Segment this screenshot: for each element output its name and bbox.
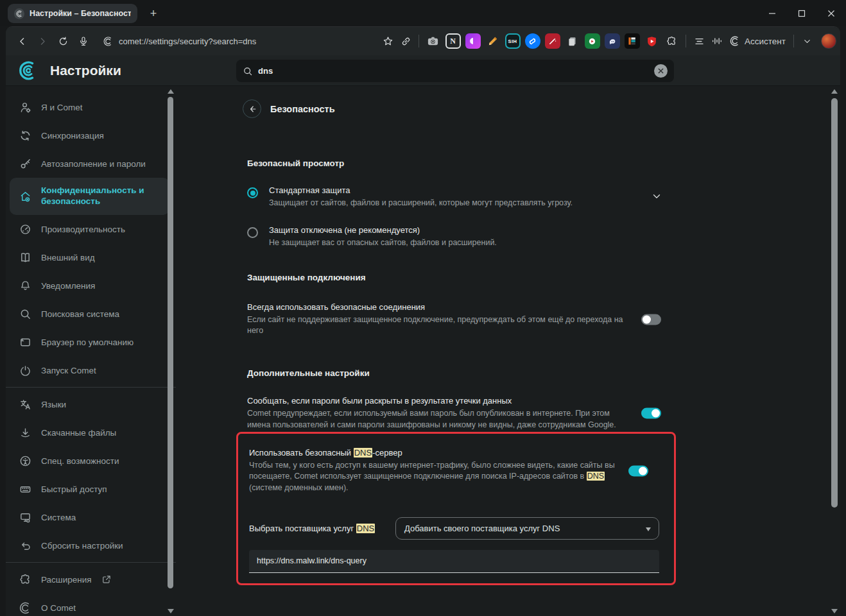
clear-search-icon[interactable] xyxy=(654,64,668,78)
standard-protection-desc: Защищает от сайтов, файлов и расширений,… xyxy=(269,198,573,209)
secure-dns-toggle[interactable] xyxy=(628,465,648,476)
sidebar-item-sync[interactable]: Синхронизация xyxy=(6,121,176,150)
pencil-icon[interactable] xyxy=(485,33,501,49)
sidebar-item-default-browser[interactable]: Браузер по умолчанию xyxy=(6,328,176,356)
password-leak-title: Сообщать, если пароли были раскрыты в ре… xyxy=(247,396,625,406)
sidebar-scrollbar-thumb[interactable] xyxy=(168,97,173,588)
maximize-button[interactable] xyxy=(787,0,816,26)
sidebar-divider xyxy=(6,562,176,563)
sidebar-item-extensions[interactable]: Расширения xyxy=(6,565,176,594)
sidebar-item-privacy-security[interactable]: Конфиденциальность и безопасность xyxy=(10,178,169,215)
copy-link-icon[interactable] xyxy=(397,32,415,50)
https-only-title: Всегда использовать безопасные соединени… xyxy=(247,302,625,312)
sih-icon[interactable]: SIH xyxy=(505,33,521,49)
radio-no-protection[interactable] xyxy=(247,227,258,238)
shield-play-icon[interactable] xyxy=(644,33,660,49)
purple-app-icon[interactable] xyxy=(465,33,481,49)
new-tab-button[interactable]: + xyxy=(145,5,162,22)
url-text[interactable]: comet://settings/security?search=dns xyxy=(119,37,256,46)
password-leak-desc: Comet предупреждает, если используемый в… xyxy=(247,408,625,431)
section-advanced: Дополнительные настройки xyxy=(236,368,678,378)
bookmark-star-icon[interactable] xyxy=(379,32,397,50)
main-scrollbar-thumb[interactable] xyxy=(831,98,838,508)
toolbar-divider xyxy=(793,35,794,47)
custom-dns-url-input[interactable] xyxy=(249,550,659,573)
navigation-toolbar: comet://settings/security?search=dns N S… xyxy=(6,27,840,55)
chat-app-icon[interactable] xyxy=(605,33,620,49)
scroll-down-arrow-icon[interactable] xyxy=(831,609,838,613)
back-nav-icon[interactable] xyxy=(12,31,31,51)
forward-nav-icon[interactable] xyxy=(33,31,52,51)
main-scrollbar[interactable] xyxy=(831,88,838,616)
dns-provider-row: Выбрать поставщика услуг DNS Добавить св… xyxy=(238,517,674,540)
expand-chevron-icon[interactable] xyxy=(651,191,662,205)
sidebar-item-me-and-comet[interactable]: Я и Comet xyxy=(6,93,176,121)
video-play-icon[interactable] xyxy=(585,33,600,49)
close-button[interactable] xyxy=(816,0,846,26)
window-body: comet://settings/security?search=dns N S… xyxy=(6,26,840,616)
sidebar-item-notifications[interactable]: Уведомления xyxy=(6,271,176,300)
sidebar-item-search-engine[interactable]: Поисковая система xyxy=(6,300,176,328)
dns-provider-selected-value: Добавить своего поставщика услуг DNS xyxy=(404,524,560,533)
search-match-highlight: DNS xyxy=(587,472,605,481)
settings-search-input[interactable] xyxy=(258,66,654,76)
settings-content: Я и Comet Синхронизация Автозаполнение и… xyxy=(6,87,840,616)
camera-icon[interactable] xyxy=(426,33,441,49)
url-bar[interactable]: comet://settings/security?search=dns xyxy=(103,37,256,46)
scroll-down-arrow-icon[interactable] xyxy=(168,609,174,613)
password-leak-toggle[interactable] xyxy=(641,408,661,419)
reading-list-icon[interactable] xyxy=(690,32,708,50)
scroll-up-arrow-icon[interactable] xyxy=(168,89,174,94)
magic-wand-icon[interactable] xyxy=(545,33,560,49)
comet-logo xyxy=(18,61,37,80)
sidebar-item-system[interactable]: Система xyxy=(6,503,176,531)
https-only-desc: Если сайт не поддерживает защищенное под… xyxy=(247,314,625,338)
external-link-icon xyxy=(101,574,112,585)
assistant-label: Ассистент xyxy=(745,37,786,46)
section-safe-browsing: Безопасный просмотр xyxy=(236,158,678,168)
back-button[interactable] xyxy=(243,99,261,118)
sidebar-item-downloads[interactable]: Скачанные файлы xyxy=(6,418,176,447)
minimize-button[interactable] xyxy=(757,0,787,26)
striped-app-icon[interactable] xyxy=(625,33,640,49)
sidebar-item-quick-access[interactable]: Быстрый доступ xyxy=(6,475,176,503)
radio-standard-protection[interactable] xyxy=(247,187,258,198)
shazam-icon[interactable] xyxy=(525,33,540,49)
dns-provider-dropdown[interactable]: Добавить своего поставщика услуг DNS xyxy=(395,517,659,540)
secure-dns-title: Использовать безопасный DNS-сервер xyxy=(249,448,634,458)
settings-search-box[interactable] xyxy=(236,60,674,82)
sidebar-item-reset[interactable]: Сбросить настройки xyxy=(6,531,176,560)
https-only-toggle[interactable] xyxy=(641,314,661,325)
sidebar-item-startup[interactable]: Запуск Comet xyxy=(6,356,176,384)
settings-sidebar: Я и Comet Синхронизация Автозаполнение и… xyxy=(6,87,176,616)
voice-equalizer-icon[interactable] xyxy=(708,32,726,50)
microphone-icon[interactable] xyxy=(74,31,93,51)
title-bar: Настройки – Безопасность + xyxy=(0,0,846,26)
sidebar-item-accessibility[interactable]: Спец. возможности xyxy=(6,447,176,475)
reload-icon[interactable] xyxy=(53,31,73,51)
sidebar-item-appearance[interactable]: Внешний вид xyxy=(6,243,176,271)
comet-assistant-icon xyxy=(730,36,740,46)
sidebar-item-performance[interactable]: Производительность xyxy=(6,215,176,243)
profile-avatar[interactable] xyxy=(821,33,836,49)
tab-title: Настройки – Безопасность xyxy=(30,9,131,18)
documents-icon[interactable] xyxy=(565,33,580,49)
standard-protection-title: Стандартная защита xyxy=(269,185,573,195)
assistant-button[interactable]: Ассистент xyxy=(726,36,790,46)
browser-tab[interactable]: Настройки – Безопасность xyxy=(8,4,137,23)
extensions-puzzle-icon[interactable] xyxy=(664,33,680,49)
no-protection-title: Защита отключена (не рекомендуется) xyxy=(269,225,497,235)
no-protection-option[interactable]: Защита отключена (не рекомендуется) Не з… xyxy=(236,225,678,249)
sidebar-item-about-comet[interactable]: О Comet xyxy=(6,594,176,616)
sidebar-scrollbar[interactable] xyxy=(167,88,174,616)
sidebar-item-autofill-passwords[interactable]: Автозаполнение и пароли xyxy=(6,150,176,178)
notion-icon[interactable]: N xyxy=(445,33,461,49)
https-only-row: Всегда использовать безопасные соединени… xyxy=(236,302,678,338)
standard-protection-option[interactable]: Стандартная защита Защищает от сайтов, ф… xyxy=(236,185,678,209)
toolbar-divider xyxy=(686,35,686,47)
chevron-down-icon[interactable] xyxy=(798,32,816,50)
sidebar-item-languages[interactable]: Языки xyxy=(6,390,176,418)
comet-tab-icon xyxy=(14,8,24,19)
scroll-up-arrow-icon[interactable] xyxy=(831,89,838,94)
password-leak-row: Сообщать, если пароли были раскрыты в ре… xyxy=(236,396,678,431)
